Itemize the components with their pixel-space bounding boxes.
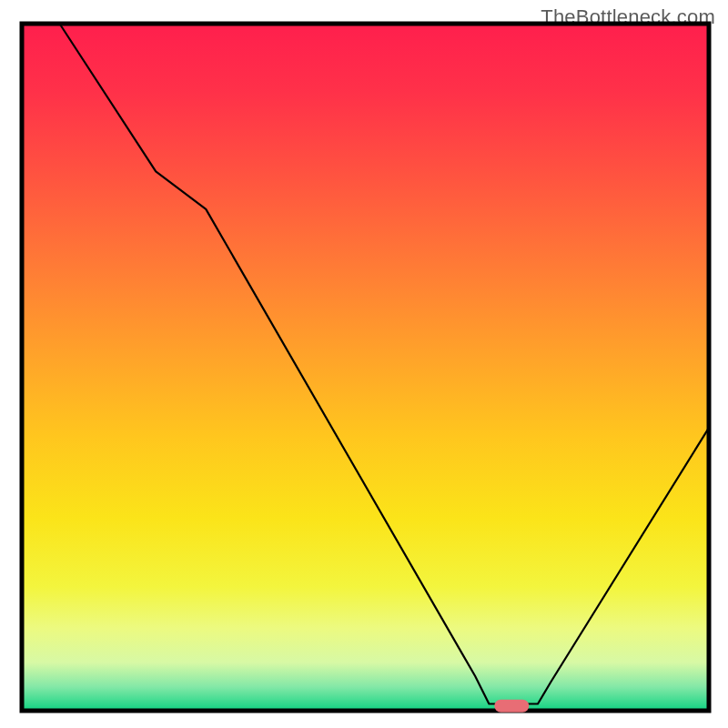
bottleneck-chart [0,0,728,728]
watermark-text: TheBottleneck.com [541,5,715,29]
gradient-background [22,24,709,711]
optimal-marker [494,700,529,713]
chart-container: TheBottleneck.com [0,0,728,728]
